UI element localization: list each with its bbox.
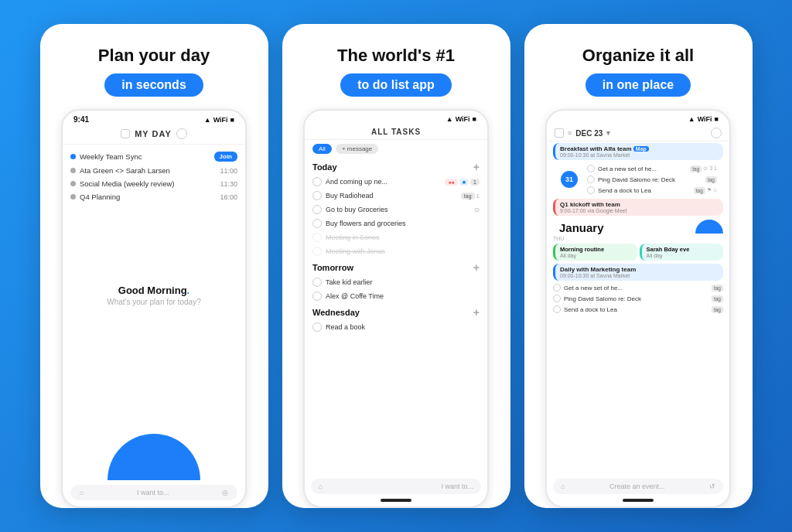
card2-phone: ▲WiFi■ ALL TASKS All + message Today + A… — [303, 109, 489, 508]
home-icon: ⌂ — [80, 489, 84, 496]
task-item: Weekly Team Sync Join — [70, 149, 237, 164]
status-bar-2: ▲WiFi■ — [305, 111, 487, 124]
card1-title: Plan your day — [98, 46, 210, 66]
cards-container: Plan your day in seconds 9:41 ▲ WiFi ■ M… — [17, 2, 776, 530]
all-tasks-header: ALL TASKS — [305, 124, 487, 140]
task-row: Buy Radiohead tag 1 — [305, 189, 487, 203]
task-item: Ata Green <> Sarah Larsen 11:00 — [70, 164, 237, 177]
card3-phone: ▲WiFi■ ≡ DEC 23 ▾ Breakfast with Alfa te… — [545, 109, 731, 508]
home-icon-3: ⌂ — [561, 483, 565, 490]
january-title: January — [553, 217, 610, 236]
input-placeholder-2: I want to... — [441, 483, 473, 490]
join-button[interactable]: Join — [214, 152, 237, 162]
jan-event-morning: Morning routine All day — [553, 244, 637, 261]
input-placeholder-1: I want to... — [137, 489, 169, 496]
task-row: Buy flowers and groceries — [305, 217, 487, 230]
card2-badge: to do list app — [340, 73, 452, 97]
jan-event-sarah: Sarah Bday eve All day — [640, 244, 724, 261]
task-item: Q4 Planning 16:00 — [70, 190, 237, 203]
task-row: Alex @ Coffe Time — [305, 289, 487, 303]
task-dot-gray — [70, 168, 76, 173]
card1-header: Plan your day in seconds — [83, 24, 225, 109]
card2-header: The world's #1 to do list app — [322, 24, 470, 109]
home-indicator — [381, 499, 411, 502]
task-row: And coming up ne... ●● ■ 1 — [305, 175, 487, 189]
wed-label: THU — [547, 236, 729, 241]
section-tomorrow: Tomorrow + — [305, 258, 487, 275]
bottom-input-bar-1[interactable]: ⌂ I want to... ◎ — [70, 485, 237, 500]
greeting-area: Good Morning. What's your plan for today… — [63, 277, 245, 311]
cal-event-kickoff: Q1 kickoff with team 9:00-17:00 via Goog… — [553, 199, 723, 216]
card-organize: Organize it all in one place ▲WiFi■ ≡ DE… — [524, 24, 753, 508]
task-row: Read a book — [305, 320, 487, 334]
status-bar-1: 9:41 ▲ WiFi ■ — [63, 111, 245, 125]
date-row-31: 31 Get a new set of he... tag ⊙ 3 1 Ping… — [547, 162, 729, 197]
card-plan-day: Plan your day in seconds 9:41 ▲ WiFi ■ M… — [40, 24, 268, 508]
card-todo: The world's #1 to do list app ▲WiFi■ ALL… — [282, 24, 510, 508]
task-dot-gray — [70, 181, 76, 186]
task-row: Take kid earlier — [305, 275, 487, 289]
card3-title: Organize it all — [582, 46, 694, 66]
greeting-sub: What's your plan for today? — [73, 298, 234, 306]
task-dot-blue — [70, 154, 76, 159]
create-event-placeholder: Create an event... — [609, 483, 665, 490]
task-row-strikethrough: Meeting in Sonos — [305, 230, 487, 244]
card2-title: The world's #1 — [337, 46, 455, 66]
cal-dec-header: ≡ DEC 23 ▾ — [547, 124, 729, 142]
time-1: 9:41 — [73, 115, 89, 124]
task-row-strikethrough: Meeting with Jonas — [305, 244, 487, 258]
mic-icon: ◎ — [222, 489, 228, 496]
card1-badge: in seconds — [104, 73, 203, 97]
filter-row: All + message — [305, 140, 487, 158]
refresh-icon: ↺ — [709, 483, 715, 490]
task-dot-gray — [70, 194, 76, 200]
cal-event-breakfast: Breakfast with Alfa team Map 09:00-10:30… — [553, 143, 723, 160]
card3-badge: in one place — [585, 73, 691, 97]
status-icons-1: ▲ WiFi ■ — [204, 116, 234, 124]
filter-all[interactable]: All — [312, 144, 332, 154]
task-list-1: Weekly Team Sync Join Ata Green <> Sarah… — [63, 145, 245, 277]
status-bar-3: ▲WiFi■ — [547, 111, 729, 124]
decorative-semicircle — [108, 434, 200, 480]
section-wednesday: Wednesday + — [305, 303, 487, 320]
jan-semicircle — [695, 220, 723, 234]
my-day-title: MY DAY — [135, 129, 172, 138]
jan-events-row: Morning routine All day Sarah Bday eve A… — [553, 244, 723, 261]
section-today: Today + — [305, 158, 487, 175]
task-row: Go to buy Groceries ⊙ — [305, 203, 487, 217]
bottom-input-3[interactable]: ⌂ Create an event... ↺ — [553, 479, 723, 494]
bottom-input-2[interactable]: ⌂ I want to... — [311, 479, 481, 494]
my-day-header: MY DAY — [63, 125, 245, 145]
january-header: January — [547, 217, 729, 236]
home-indicator-3 — [623, 499, 654, 502]
card1-phone: 9:41 ▲ WiFi ■ MY DAY Weekly Team Sync — [61, 109, 247, 508]
home-icon-2: ⌂ — [319, 483, 323, 490]
greeting-text: Good Morning. — [73, 285, 234, 296]
card3-header: Organize it all in one place — [567, 24, 709, 109]
filter-message[interactable]: + message — [336, 144, 378, 154]
jan-event-marketing: Daily with Marketing team 09:00-10:30 at… — [553, 264, 723, 281]
task-item: Social Media (weekly review) 11:30 — [70, 177, 237, 190]
